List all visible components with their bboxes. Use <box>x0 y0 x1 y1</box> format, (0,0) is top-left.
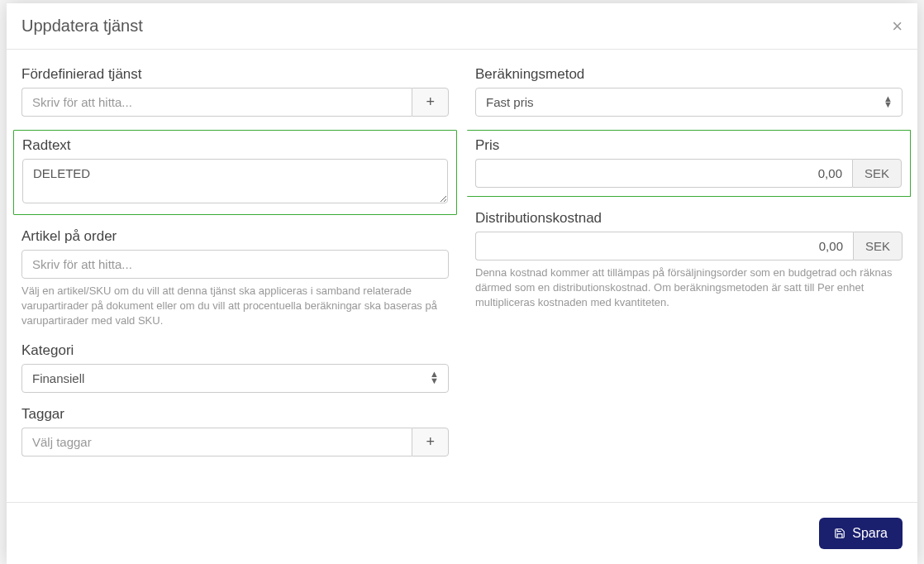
right-column: Beräkningsmetod Fast pris ▲▼ Pris SEK Di… <box>467 66 911 485</box>
price-input[interactable] <box>475 159 852 188</box>
row-text-textarea[interactable]: DELETED <box>22 159 448 203</box>
predefined-service-group: Fördefinierad tjänst + <box>13 66 457 117</box>
distribution-currency: SEK <box>853 232 903 260</box>
distribution-input[interactable] <box>475 232 853 260</box>
add-predefined-button[interactable]: + <box>412 88 449 117</box>
save-button[interactable]: Spara <box>819 518 903 549</box>
distribution-group: Distributionskostnad SEK Denna kostnad k… <box>467 210 911 311</box>
modal-title: Uppdatera tjänst <box>21 17 143 36</box>
modal-header: Uppdatera tjänst × <box>7 3 917 50</box>
distribution-help: Denna kostnad kommer att tillämpas på fö… <box>475 265 903 311</box>
calc-method-label: Beräkningsmetod <box>475 66 903 83</box>
article-label: Artikel på order <box>21 228 449 245</box>
distribution-label: Distributionskostnad <box>475 210 903 227</box>
article-input[interactable] <box>21 250 449 279</box>
update-service-modal: Uppdatera tjänst × Fördefinierad tjänst … <box>7 3 917 564</box>
close-icon[interactable]: × <box>892 17 903 36</box>
calc-method-select[interactable]: Fast pris <box>475 88 903 117</box>
category-group: Kategori Finansiell ▲▼ <box>13 342 457 393</box>
row-text-highlight: Radtext DELETED <box>13 130 457 215</box>
predefined-service-label: Fördefinierad tjänst <box>21 66 449 83</box>
article-group: Artikel på order Välj en artikel/SKU om … <box>13 228 457 329</box>
tags-group: Taggar + <box>13 406 457 456</box>
predefined-service-input[interactable] <box>21 88 412 117</box>
category-label: Kategori <box>21 342 449 359</box>
modal-footer: Spara <box>7 502 917 564</box>
left-column: Fördefinierad tjänst + Radtext DELETED A… <box>13 66 457 485</box>
row-text-label: Radtext <box>22 137 448 154</box>
price-currency: SEK <box>852 159 902 188</box>
tags-label: Taggar <box>21 406 449 423</box>
add-tag-button[interactable]: + <box>412 428 449 456</box>
tags-input[interactable] <box>21 428 412 456</box>
price-label: Pris <box>475 137 902 154</box>
modal-body: Fördefinierad tjänst + Radtext DELETED A… <box>7 50 917 502</box>
article-help: Välj en artikel/SKU om du vill att denna… <box>21 284 449 329</box>
price-highlight: Pris SEK <box>467 130 911 197</box>
save-label: Spara <box>852 526 888 541</box>
save-icon <box>834 528 845 539</box>
calc-method-group: Beräkningsmetod Fast pris ▲▼ <box>467 66 911 117</box>
category-select[interactable]: Finansiell <box>21 364 449 393</box>
